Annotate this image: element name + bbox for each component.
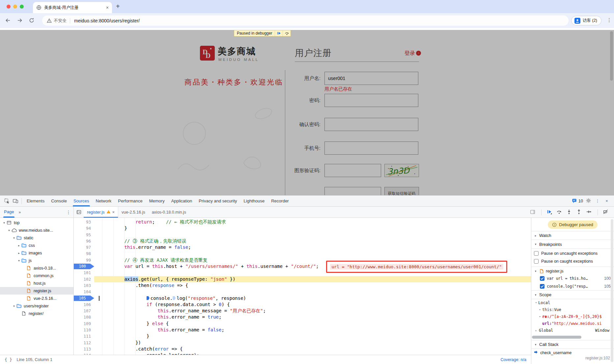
line-number[interactable]: 107: [74, 308, 94, 314]
code-line-content[interactable]: [94, 270, 531, 276]
window-zoom-button[interactable]: [20, 5, 24, 9]
line-number[interactable]: 110: [74, 327, 94, 333]
code-line-111[interactable]: 111 }: [74, 333, 531, 339]
forward-icon[interactable]: [16, 17, 23, 24]
line-number-breakpoint[interactable]: 105: [74, 295, 94, 301]
messages-count[interactable]: 10: [578, 199, 583, 203]
tree-item-common-js[interactable]: common.js: [0, 272, 73, 279]
step-icon[interactable]: [586, 209, 593, 216]
code-line-109[interactable]: 109 } else {: [74, 321, 531, 327]
code-line-100[interactable]: 100 var url = this.host + "/users/userna…: [74, 263, 531, 270]
messages-badge-icon[interactable]: [572, 198, 578, 204]
code-line-104[interactable]: 104: [74, 289, 531, 295]
deactivate-breakpoints-icon[interactable]: [603, 209, 609, 216]
line-number[interactable]: 106: [74, 301, 94, 308]
window-close-button[interactable]: [7, 5, 11, 9]
code-line-102[interactable]: 102 axios.get(url, { responseType: "json…: [74, 276, 531, 282]
code-line-content[interactable]: }: [94, 225, 531, 231]
devtools-menu-icon[interactable]: ⋮: [594, 198, 601, 203]
line-number-breakpoint[interactable]: 100: [74, 263, 94, 270]
section-breakpoints[interactable]: ▾Breakpoints: [531, 240, 614, 249]
coverage-link[interactable]: Coverage: n/a: [500, 357, 526, 362]
tree-item-js[interactable]: ▾js: [0, 257, 73, 264]
code-line-content[interactable]: this.error_name = false;: [94, 244, 531, 250]
pause-option-pause-on-uncaught-exceptions[interactable]: Pause on uncaught exceptions: [531, 249, 614, 257]
tree-item-top[interactable]: ▾top: [0, 219, 73, 226]
line-number[interactable]: 99: [74, 257, 94, 263]
checkbox-unchecked[interactable]: [534, 251, 539, 256]
line-number[interactable]: 93: [74, 219, 94, 225]
line-number[interactable]: 114: [74, 352, 94, 355]
browser-tab[interactable]: 美多商城-用户注册 ×: [33, 2, 112, 13]
scope-global-row[interactable]: ▸ Global Window: [531, 327, 614, 334]
url-text[interactable]: meiduo.site:8000/users/register/: [74, 18, 140, 23]
code-line-content[interactable]: [94, 232, 531, 238]
disclosure-closed-icon[interactable]: ▸: [17, 251, 21, 255]
code-line-105[interactable]: 105 console.log("response", response): [74, 295, 531, 301]
resume-script-icon[interactable]: [546, 209, 553, 216]
more-panels-icon[interactable]: »: [18, 210, 21, 215]
navigator-menu-icon[interactable]: ⋮: [66, 210, 71, 215]
collapse-navigator-icon[interactable]: [74, 207, 84, 218]
tree-item-css[interactable]: ▸css: [0, 242, 73, 249]
device-toolbar-icon[interactable]: [11, 197, 20, 205]
breakpoint-file-group[interactable]: ▾ register.js: [531, 267, 614, 274]
line-number[interactable]: 94: [74, 225, 94, 231]
line-number[interactable]: 96: [74, 238, 94, 244]
disclosure-closed-icon[interactable]: ▸: [17, 244, 21, 247]
line-number[interactable]: 95: [74, 232, 94, 238]
sidebar-scrollbar[interactable]: [611, 219, 613, 362]
new-tab-button[interactable]: +: [116, 3, 120, 10]
inline-breakpoint-marker[interactable]: [173, 296, 176, 300]
file-tab-vue-2-5-16-js[interactable]: vue-2.5.16.js: [118, 207, 149, 218]
window-minimize-button[interactable]: [13, 5, 17, 9]
disclosure-open-icon[interactable]: ▾: [2, 221, 6, 224]
code-line-content[interactable]: }): [94, 340, 531, 346]
code-line-content[interactable]: axios.get(url, { responseType: "json" }): [94, 276, 531, 282]
line-number[interactable]: 104: [74, 289, 94, 295]
tab-close-icon[interactable]: ×: [106, 5, 109, 10]
browser-menu-icon[interactable]: ⋮: [607, 17, 612, 23]
address-bar[interactable]: 不安全 meiduo.site:8000/users/register/: [42, 15, 569, 26]
code-line-content[interactable]: this.error_name = false;: [94, 327, 531, 333]
line-number[interactable]: 102: [74, 276, 94, 282]
devtools-tab-console[interactable]: Console: [48, 195, 70, 206]
scope-entry-this[interactable]: ▸this: Vue: [531, 306, 614, 313]
line-number[interactable]: 113: [74, 346, 94, 352]
settings-gear-icon[interactable]: [584, 198, 592, 204]
navigator-tab-page[interactable]: Page: [3, 207, 15, 218]
code-line-content[interactable]: console.log("response", response): [94, 295, 531, 301]
file-tab-register-js[interactable]: register.js×: [84, 207, 118, 218]
tree-item-axios-0-18[interactable]: axios-0.18...: [0, 264, 73, 272]
section-scope[interactable]: ▾Scope: [531, 290, 614, 299]
pretty-print-button[interactable]: { }: [5, 357, 12, 362]
scope-local-row[interactable]: ▾Local: [531, 299, 614, 306]
devtools-tab-lighthouse[interactable]: Lighthouse: [240, 195, 268, 206]
section-call-stack[interactable]: ▾Call Stack: [531, 340, 614, 349]
breakpoint-badge[interactable]: 105: [74, 296, 94, 301]
code-line-110[interactable]: 110 this.error_name = false;: [74, 327, 531, 333]
code-line-113[interactable]: 113 .catch(error => {: [74, 346, 531, 352]
call-stack-frame[interactable]: check_username: [531, 349, 614, 355]
disclosure-open-icon[interactable]: ▾: [17, 259, 21, 262]
line-number[interactable]: 112: [74, 340, 94, 346]
code-line-content[interactable]: this.error_name = true;: [94, 314, 531, 320]
line-number[interactable]: 101: [74, 270, 94, 276]
profile-button[interactable]: 访客 (2): [571, 16, 601, 25]
banner-step-over-button[interactable]: [283, 30, 291, 36]
tree-item-images[interactable]: ▸images: [0, 249, 73, 257]
code-line-114[interactable]: 114 console.log(error);: [74, 352, 531, 355]
collapse-debugger-icon[interactable]: [530, 209, 536, 216]
code-line-101[interactable]: 101: [74, 270, 531, 276]
code-line-content[interactable]: [94, 289, 531, 295]
devtools-tab-recorder[interactable]: Recorder: [268, 195, 292, 206]
code-line-106[interactable]: 106 if (response.data.count > 0) {: [74, 301, 531, 308]
line-number[interactable]: 103: [74, 282, 94, 289]
breakpoint-entry-line-105[interactable]: console.log("resp…105: [531, 282, 614, 290]
tree-item-static[interactable]: ▾static: [0, 234, 73, 242]
page-scrollbar[interactable]: [610, 31, 613, 81]
code-line-108[interactable]: 108 this.error_name = true;: [74, 314, 531, 320]
checkbox-checked[interactable]: [540, 284, 544, 289]
back-icon[interactable]: [5, 17, 11, 24]
disclosure-closed-icon[interactable]: ▸: [538, 308, 542, 311]
